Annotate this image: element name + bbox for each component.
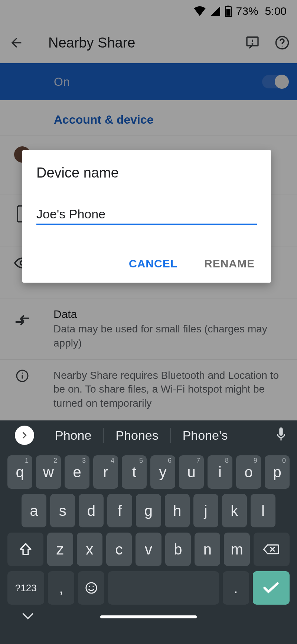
key-s[interactable]: s [50,494,75,527]
key-t[interactable]: t5 [122,455,147,489]
suggestion-2[interactable]: Phones [107,428,167,443]
key-o[interactable]: o9 [236,455,261,489]
key-row-4: ?123 , . [0,571,297,605]
keyboard-collapse-button[interactable] [22,613,33,621]
rename-button[interactable]: RENAME [202,254,257,274]
key-a[interactable]: a [22,494,46,527]
soft-keyboard: Phone Phones Phone's q1w2e3r4t5y6u7i8o9p… [0,420,297,644]
key-x[interactable]: x [77,533,102,566]
key-n[interactable]: n [195,533,220,566]
backspace-key[interactable] [254,533,290,566]
key-e[interactable]: e3 [65,455,89,489]
cancel-button[interactable]: CANCEL [127,254,180,274]
key-j[interactable]: j [193,494,218,527]
emoji-key[interactable] [78,571,104,605]
key-h[interactable]: h [165,494,190,527]
key-v[interactable]: v [136,533,161,566]
separator [103,428,104,443]
key-m[interactable]: m [224,533,249,566]
suggestion-strip: Phone Phones Phone's [0,420,297,450]
separator [170,428,171,443]
shift-icon [19,543,32,556]
key-p[interactable]: p0 [265,455,290,489]
key-c[interactable]: c [106,533,132,566]
chevron-right-icon [20,431,29,439]
key-d[interactable]: d [79,494,104,527]
key-q[interactable]: q1 [7,455,32,489]
suggestion-3[interactable]: Phone's [174,428,237,443]
key-z[interactable]: z [47,533,73,566]
mic-icon [275,427,287,442]
nav-home-pill[interactable] [100,615,197,618]
svg-point-18 [89,586,90,587]
suggestion-1[interactable]: Phone [46,428,100,443]
key-l[interactable]: l [251,494,275,527]
expand-suggestions-button[interactable] [15,426,34,445]
mic-button[interactable] [275,427,287,443]
svg-rect-13 [279,427,283,436]
emoji-icon [85,582,98,594]
shift-key[interactable] [7,533,43,566]
enter-key[interactable] [253,571,290,605]
key-u[interactable]: u7 [179,455,204,489]
key-i[interactable]: i8 [208,455,232,489]
key-row-1: q1w2e3r4t5y6u7i8o9p0 [0,455,297,489]
key-row-2: asdfghjkl [0,494,297,527]
key-r[interactable]: r4 [93,455,118,489]
check-icon [263,582,279,594]
key-f[interactable]: f [107,494,132,527]
period-key[interactable]: . [223,571,249,605]
key-g[interactable]: g [136,494,161,527]
symbols-key[interactable]: ?123 [7,571,44,605]
key-b[interactable]: b [165,533,191,566]
device-name-input[interactable] [36,207,257,221]
space-key[interactable] [108,571,219,605]
svg-point-17 [86,583,97,593]
key-k[interactable]: k [222,494,247,527]
key-w[interactable]: w2 [36,455,61,489]
comma-key[interactable]: , [48,571,74,605]
nav-bar [0,605,297,629]
backspace-icon [263,543,280,555]
svg-point-19 [92,586,94,587]
chevron-down-icon [22,613,33,619]
device-name-dialog: Device name CANCEL RENAME [22,150,271,283]
key-y[interactable]: y6 [150,455,175,489]
dialog-title: Device name [36,165,257,181]
key-row-3: zxcvbnm [0,533,297,566]
